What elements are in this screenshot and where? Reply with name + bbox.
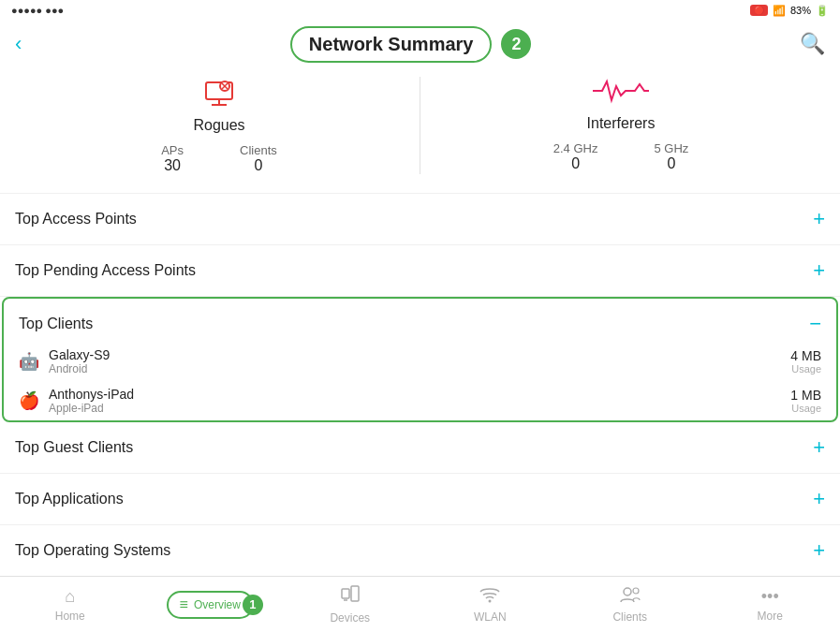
status-right: 🔴 📶 83% 🔋 bbox=[750, 5, 829, 17]
wlan-icon bbox=[479, 586, 500, 608]
list-item-access-points-label: Top Access Points bbox=[15, 211, 137, 228]
android-icon: 🤖 bbox=[19, 351, 39, 372]
home-icon: ⌂ bbox=[65, 587, 75, 607]
list-item-applications[interactable]: Top Applications + bbox=[0, 474, 840, 525]
interferers-24ghz-label: 2.4 GHz bbox=[553, 141, 598, 155]
client-info-galaxy: 🤖 Galaxy-S9 Android bbox=[19, 347, 110, 375]
top-clients-label: Top Clients bbox=[19, 316, 93, 332]
client-type-galaxy: Android bbox=[49, 362, 110, 375]
rogues-icon bbox=[202, 77, 236, 113]
galaxy-usage-value: 4 MB bbox=[790, 348, 821, 363]
wlan-label: WLAN bbox=[474, 610, 507, 624]
tab-devices[interactable]: Devices bbox=[280, 580, 420, 630]
svg-point-9 bbox=[489, 599, 492, 602]
client-type-ipad: Apple-iPad bbox=[49, 402, 134, 415]
guest-clients-label: Top Guest Clients bbox=[15, 439, 133, 456]
ipad-usage-label: Usage bbox=[790, 403, 821, 414]
tab-bar: ⌂ Home ≡ Overview 1 Devices bbox=[0, 576, 840, 632]
overview-icon: ≡ bbox=[180, 596, 188, 613]
battery-percent: 83% bbox=[790, 5, 811, 16]
guest-clients-toggle[interactable]: + bbox=[813, 435, 825, 460]
client-row-ipad[interactable]: 🍎 Anthonys-iPad Apple-iPad 1 MB Usage bbox=[4, 381, 836, 420]
apple-icon: 🍎 bbox=[19, 390, 39, 411]
rogues-clients-value: 0 bbox=[254, 157, 262, 174]
os-toggle[interactable]: + bbox=[813, 538, 825, 563]
home-label: Home bbox=[55, 610, 85, 623]
svg-point-11 bbox=[633, 588, 639, 594]
pending-aps-toggle[interactable]: + bbox=[813, 258, 825, 283]
applications-label: Top Applications bbox=[15, 491, 124, 507]
rogues-aps-value: 30 bbox=[164, 157, 181, 174]
rogues-clients-label: Clients bbox=[240, 143, 277, 157]
client-name-ipad: Anthonys-iPad bbox=[49, 387, 134, 402]
battery-bar: 🔋 bbox=[816, 5, 829, 17]
list-item-pending-aps-label: Top Pending Access Points bbox=[15, 262, 196, 279]
svg-rect-6 bbox=[342, 589, 349, 598]
list-item-os[interactable]: Top Operating Systems + bbox=[0, 525, 840, 577]
overview-pill: ≡ Overview 1 bbox=[167, 591, 254, 619]
devices-label: Devices bbox=[330, 611, 370, 625]
tab-more[interactable]: ••• More bbox=[700, 581, 841, 628]
status-bar: ●●●●● ●●● 🔴 📶 83% 🔋 bbox=[0, 0, 840, 21]
rogues-metrics: APs 30 Clients 0 bbox=[161, 143, 277, 174]
carrier-text: ●●●●● ●●● bbox=[11, 5, 64, 16]
list-section: Top Access Points + Top Pending Access P… bbox=[0, 194, 840, 628]
page-title: Network Summary bbox=[290, 26, 493, 63]
client-details-galaxy: Galaxy-S9 Android bbox=[49, 347, 110, 375]
back-button[interactable]: ‹ bbox=[15, 32, 22, 56]
interferers-5ghz-value: 0 bbox=[667, 155, 675, 172]
tab-wlan[interactable]: WLAN bbox=[420, 581, 561, 629]
nav-title-area: Network Summary 2 bbox=[290, 26, 532, 63]
tab-home[interactable]: ⌂ Home bbox=[0, 581, 140, 628]
svg-rect-7 bbox=[351, 586, 359, 601]
client-row-galaxy[interactable]: 🤖 Galaxy-S9 Android 4 MB Usage bbox=[4, 342, 836, 381]
devices-icon bbox=[340, 585, 361, 609]
interferers-24ghz-value: 0 bbox=[571, 155, 580, 172]
list-item-guest-clients[interactable]: Top Guest Clients + bbox=[0, 422, 840, 474]
rogues-clients: Clients 0 bbox=[240, 143, 277, 174]
tab-overview[interactable]: ≡ Overview 1 bbox=[140, 585, 281, 625]
clients-label: Clients bbox=[612, 610, 647, 624]
svg-point-10 bbox=[624, 588, 631, 595]
overview-badge: 1 bbox=[243, 595, 263, 615]
os-label: Top Operating Systems bbox=[15, 542, 170, 559]
interferers-icon bbox=[593, 77, 649, 111]
top-clients-expanded: Top Clients − 🤖 Galaxy-S9 Android 4 MB U… bbox=[2, 297, 838, 422]
search-button[interactable]: 🔍 bbox=[800, 32, 825, 56]
more-icon: ••• bbox=[761, 587, 779, 607]
nav-header: ‹ Network Summary 2 🔍 bbox=[0, 21, 840, 67]
applications-toggle[interactable]: + bbox=[813, 487, 825, 511]
top-clients-header[interactable]: Top Clients − bbox=[4, 299, 836, 342]
tab-clients[interactable]: Clients bbox=[560, 581, 700, 629]
rogues-title: Rogues bbox=[193, 117, 244, 134]
wifi-icon: 📶 bbox=[773, 5, 786, 17]
interferers-5ghz-label: 5 GHz bbox=[654, 141, 688, 155]
interferers-24ghz: 2.4 GHz 0 bbox=[553, 141, 598, 172]
list-item-access-points[interactable]: Top Access Points + bbox=[0, 194, 840, 245]
rogues-aps-label: APs bbox=[161, 143, 184, 157]
interferers-5ghz: 5 GHz 0 bbox=[654, 141, 688, 172]
top-clients-toggle[interactable]: − bbox=[809, 312, 821, 336]
overview-label: Overview bbox=[194, 598, 241, 611]
summary-divider bbox=[420, 77, 420, 174]
notification-badge: 2 bbox=[501, 29, 531, 59]
ipad-usage-value: 1 MB bbox=[790, 388, 821, 403]
access-points-toggle[interactable]: + bbox=[813, 207, 825, 231]
interferers-card: Interferers 2.4 GHz 0 5 GHz 0 bbox=[439, 77, 803, 174]
client-details-ipad: Anthonys-iPad Apple-iPad bbox=[49, 387, 134, 415]
client-usage-galaxy: 4 MB Usage bbox=[790, 348, 821, 375]
list-item-pending-aps[interactable]: Top Pending Access Points + bbox=[0, 245, 840, 297]
client-info-ipad: 🍎 Anthonys-iPad Apple-iPad bbox=[19, 387, 134, 415]
interferers-title: Interferers bbox=[587, 115, 656, 132]
clients-icon bbox=[620, 586, 641, 608]
client-name-galaxy: Galaxy-S9 bbox=[49, 347, 110, 362]
client-usage-ipad: 1 MB Usage bbox=[790, 388, 821, 414]
more-label: More bbox=[758, 610, 783, 623]
interferers-metrics: 2.4 GHz 0 5 GHz 0 bbox=[553, 141, 689, 172]
galaxy-usage-label: Usage bbox=[790, 363, 821, 375]
battery-icon: 🔴 bbox=[750, 5, 768, 16]
summary-section: Rogues APs 30 Clients 0 Interferers 2.4 … bbox=[0, 67, 840, 194]
rogues-aps: APs 30 bbox=[161, 143, 184, 174]
rogues-card: Rogues APs 30 Clients 0 bbox=[37, 77, 401, 174]
